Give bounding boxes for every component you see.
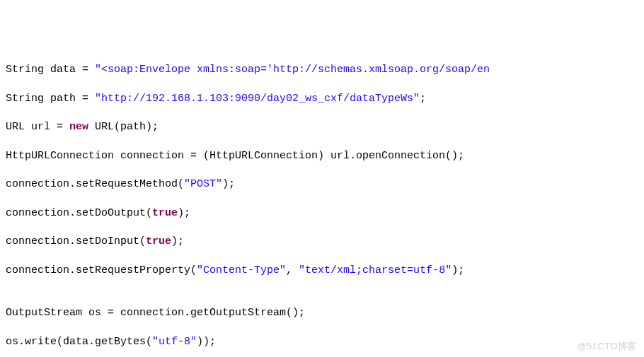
code-token: ); bbox=[452, 264, 464, 276]
code-line[interactable]: connection.setRequestProperty("Content-T… bbox=[6, 264, 638, 278]
code-token: true bbox=[152, 207, 178, 219]
code-token: "text/xml;charset=utf-8" bbox=[299, 264, 452, 276]
code-token: os.write(data.getBytes( bbox=[6, 336, 152, 348]
code-token: "utf-8" bbox=[152, 336, 197, 348]
code-line[interactable]: URL url = new URL(path); bbox=[6, 120, 638, 134]
watermark-text: @51CTO博客 bbox=[577, 340, 637, 353]
code-line[interactable]: String data = "<soap:Envelope xmlns:soap… bbox=[6, 63, 638, 77]
code-token: OutputStream os = connection.getOutputSt… bbox=[6, 307, 305, 319]
code-token: connection.setRequestMethod( bbox=[6, 178, 184, 190]
code-token: connection.setDoOutput( bbox=[6, 207, 152, 219]
code-line[interactable]: String path = "http://192.168.1.103:9090… bbox=[6, 92, 638, 106]
code-line[interactable]: connection.setDoInput(true); bbox=[6, 235, 638, 249]
code-token: URL url = bbox=[6, 121, 69, 133]
code-line[interactable]: OutputStream os = connection.getOutputSt… bbox=[6, 306, 638, 320]
code-token: new bbox=[69, 121, 88, 133]
code-token: ); bbox=[222, 178, 235, 190]
code-token: ; bbox=[420, 93, 426, 105]
code-token: connection.setDoInput( bbox=[6, 235, 146, 247]
code-token: "<soap:Envelope xmlns:soap='http://schem… bbox=[95, 64, 490, 76]
code-token: , bbox=[286, 264, 299, 276]
code-token: "http://192.168.1.103:9090/day02_ws_cxf/… bbox=[95, 93, 420, 105]
code-token: "POST" bbox=[184, 178, 222, 190]
code-line[interactable]: os.write(data.getBytes("utf-8")); bbox=[6, 335, 638, 349]
code-line[interactable]: connection.setRequestMethod("POST"); bbox=[6, 177, 638, 192]
code-token: true bbox=[146, 235, 171, 247]
code-token: connection.setRequestProperty( bbox=[6, 264, 197, 276]
code-token: String path = bbox=[6, 93, 95, 105]
code-editor[interactable]: String data = "<soap:Envelope xmlns:soap… bbox=[6, 63, 638, 357]
code-line[interactable]: connection.setDoOutput(true); bbox=[6, 206, 638, 221]
code-token: ); bbox=[171, 235, 184, 247]
code-token: HttpURLConnection connection = (HttpURLC… bbox=[6, 150, 464, 162]
code-token: ); bbox=[178, 207, 190, 219]
code-token: String data = bbox=[6, 64, 95, 76]
code-line[interactable]: HttpURLConnection connection = (HttpURLC… bbox=[6, 149, 638, 163]
code-token: )); bbox=[197, 336, 216, 348]
code-token: URL(path); bbox=[88, 121, 159, 133]
code-token: "Content-Type" bbox=[197, 264, 286, 276]
